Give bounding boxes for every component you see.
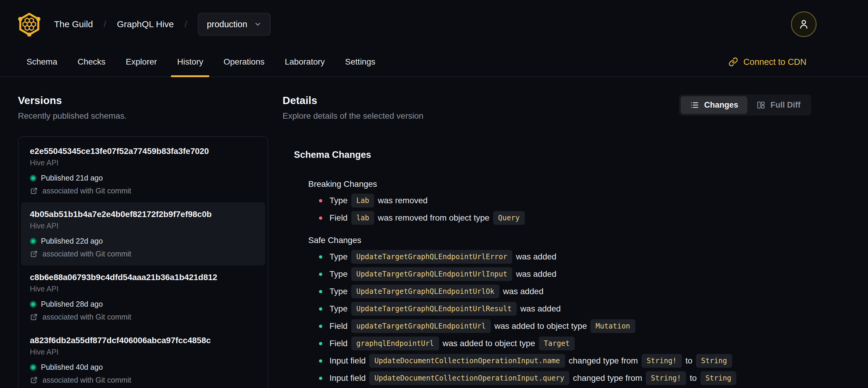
tab-label: Checks [78, 57, 105, 67]
safe-changes-title: Safe Changes [308, 236, 811, 245]
tab-label: History [177, 57, 203, 67]
version-hash: a823f6db2a55df877dcf406006abca97fcc4858c [30, 336, 256, 345]
schema-changes-section: Schema Changes Breaking Changes TypeLabw… [283, 149, 811, 386]
safe-changes-section: Safe Changes TypeUpdateTargetGraphQLEndp… [308, 236, 811, 386]
change-text: TypeUpdateTargetGraphQLEndpointUrlErrorw… [330, 250, 556, 264]
code-chip: Mutation [590, 319, 635, 333]
change-text-part: Field [330, 339, 348, 348]
version-hash: c8b6e88a06793b9c4dfd54aaa21b36a1b421d812 [30, 273, 256, 282]
tab-label: Settings [345, 57, 375, 67]
version-list-item[interactable]: e2e55045345ce13fe07f52a77459b83fa3fe7020… [21, 139, 265, 202]
tab-settings[interactable]: Settings [337, 47, 383, 77]
external-link-icon [30, 187, 38, 195]
versions-subtitle: Recently published schemas. [18, 111, 268, 121]
change-text-part: changed type from [569, 356, 638, 365]
change-text: TypeUpdateTargetGraphQLEndpointUrlOkwas … [330, 285, 544, 298]
change-text-part: to [690, 374, 696, 383]
change-text-part: Type [330, 269, 348, 279]
git-commit-text: associated with Git commit [42, 313, 131, 321]
tab-label: Explorer [126, 57, 157, 67]
safe-changes-list: TypeUpdateTargetGraphQLEndpointUrlErrorw… [308, 249, 811, 386]
version-hash: e2e55045345ce13fe07f52a77459b83fa3fe7020 [30, 147, 256, 156]
change-item: Input fieldUpdateDocumentCollectionOpera… [319, 371, 811, 386]
version-service: Hive API [30, 285, 256, 293]
tab-laboratory[interactable]: Laboratory [277, 47, 333, 77]
change-item: TypeUpdateTargetGraphQLEndpointUrlInputw… [319, 267, 811, 281]
change-text-part: was added to object type [494, 321, 587, 331]
breaking-changes-section: Breaking Changes TypeLabwas removed Fiel… [308, 179, 811, 226]
change-text: Fieldlabwas removed from object typeQuer… [330, 211, 528, 225]
code-chip: updateTargetGraphQLEndpointUrl [351, 319, 491, 333]
details-subtitle: Explore details of the selected version [283, 111, 424, 121]
code-chip: UpdateDocumentCollectionOperationInput.n… [369, 354, 565, 368]
target-selector[interactable]: production [198, 13, 270, 36]
external-link-icon [30, 313, 38, 321]
breadcrumb-project[interactable]: GraphQL Hive [117, 19, 174, 29]
external-link-icon [30, 250, 38, 258]
change-text-part: was removed from object type [378, 213, 490, 223]
connect-cdn-link[interactable]: Connect to CDN [728, 47, 806, 77]
change-item: FieldgraphqlEndpointUrlwas added to obje… [319, 336, 811, 351]
app-header: The Guild / GraphQL Hive / production [0, 0, 868, 77]
breadcrumb-org[interactable]: The Guild [54, 19, 93, 29]
bullet-icon [319, 199, 322, 202]
published-text: Published 22d ago [41, 237, 103, 245]
version-hash: 4b05ab51b1b4a7e2e4b0ef82172f2b9f7ef98c0b [30, 210, 256, 219]
change-text-part: was added [520, 304, 561, 314]
breadcrumb-separator: / [104, 19, 106, 29]
published-dot-icon [30, 301, 36, 307]
tab-checks[interactable]: Checks [70, 47, 114, 77]
details-panel: Details Explore details of the selected … [283, 94, 811, 388]
git-commit-link[interactable]: associated with Git commit [30, 376, 256, 384]
version-service: Hive API [30, 348, 256, 356]
change-text-part: Type [330, 287, 348, 296]
tab-explorer[interactable]: Explorer [118, 47, 165, 77]
change-text-part: was added [503, 287, 543, 296]
code-chip: UpdateTargetGraphQLEndpointUrlError [351, 250, 513, 264]
code-chip: UpdateTargetGraphQLEndpointUrlOk [351, 285, 499, 298]
details-heading-block: Details Explore details of the selected … [283, 94, 424, 121]
bullet-icon [319, 273, 322, 276]
change-text: Input fieldUpdateDocumentCollectionOpera… [330, 354, 736, 368]
list-icon [690, 100, 699, 110]
version-list-item[interactable]: 4b05ab51b1b4a7e2e4b0ef82172f2b9f7ef98c0b… [21, 202, 265, 265]
change-text-part: changed type from [573, 374, 642, 383]
user-avatar[interactable] [791, 11, 817, 37]
breaking-changes-list: TypeLabwas removed Fieldlabwas removed f… [308, 193, 811, 226]
change-item: TypeUpdateTargetGraphQLEndpointUrlResult… [319, 301, 811, 316]
change-text-part: Type [330, 304, 348, 314]
version-list-item[interactable]: c8b6e88a06793b9c4dfd54aaa21b36a1b421d812… [21, 265, 265, 329]
changes-toggle-button[interactable]: Changes [681, 96, 747, 114]
change-item: Fieldlabwas removed from object typeQuer… [319, 210, 811, 226]
tab-history[interactable]: History [169, 47, 211, 77]
breaking-changes-title: Breaking Changes [308, 179, 811, 189]
tab-label: Schema [27, 57, 57, 67]
tab-operations[interactable]: Operations [215, 47, 272, 77]
code-chip: UpdateTargetGraphQLEndpointUrlInput [351, 267, 513, 281]
change-item: TypeLabwas removed [319, 193, 811, 208]
external-link-icon [30, 376, 38, 384]
change-item: FieldupdateTargetGraphQLEndpointUrlwas a… [319, 319, 811, 334]
bullet-icon [319, 255, 322, 259]
code-chip: String! [642, 354, 682, 368]
git-commit-link[interactable]: associated with Git commit [30, 249, 256, 258]
tab-schema[interactable]: Schema [19, 47, 65, 77]
full-diff-toggle-button[interactable]: Full Diff [747, 96, 809, 114]
change-text-part: Type [330, 252, 348, 262]
change-text-part: Input field [330, 374, 366, 383]
link-icon [728, 57, 738, 67]
git-commit-link[interactable]: associated with Git commit [30, 313, 256, 321]
schema-changes-title: Schema Changes [294, 149, 811, 160]
change-text-part: Input field [330, 356, 366, 365]
git-commit-link[interactable]: associated with Git commit [30, 186, 256, 195]
hive-logo-icon[interactable] [17, 12, 41, 36]
tab-label: Operations [223, 57, 265, 67]
code-chip: lab [351, 211, 374, 225]
version-list-item[interactable]: a823f6db2a55df877dcf406006abca97fcc4858c… [21, 329, 265, 388]
bullet-icon [319, 377, 322, 380]
change-text-part: was added to object type [443, 339, 535, 348]
change-text: FieldupdateTargetGraphQLEndpointUrlwas a… [330, 319, 639, 333]
change-text: TypeUpdateTargetGraphQLEndpointUrlResult… [330, 302, 561, 316]
git-commit-text: associated with Git commit [42, 249, 131, 258]
change-text: TypeUpdateTargetGraphQLEndpointUrlInputw… [330, 267, 556, 281]
